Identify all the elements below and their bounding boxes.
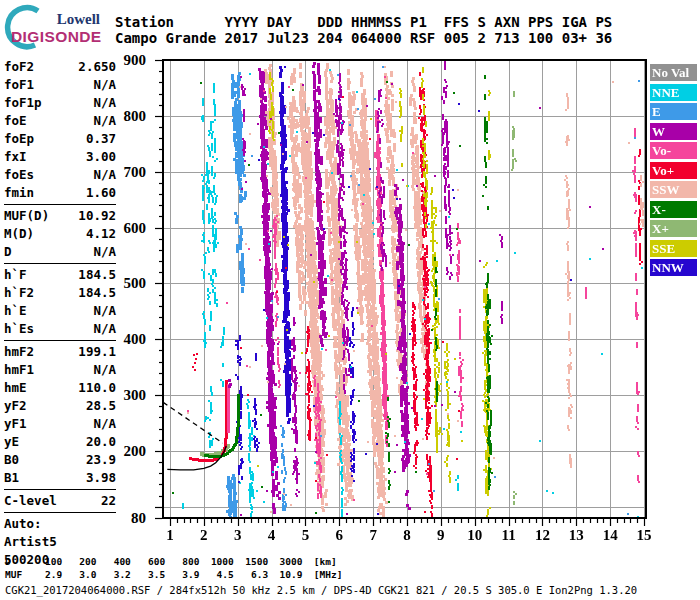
param-label: B0 bbox=[4, 451, 19, 469]
logo-digisonde-text: DIGISONDE bbox=[11, 28, 102, 45]
param-label: foEs bbox=[4, 166, 34, 184]
autoscaling-text: Artist5 bbox=[4, 533, 57, 551]
param-label: C-level bbox=[4, 492, 57, 510]
legend-item-e: E bbox=[650, 103, 697, 120]
param-label: hmF2 bbox=[4, 343, 34, 361]
param-label: hmF1 bbox=[4, 361, 34, 379]
param-label: yE bbox=[4, 433, 19, 451]
param-row: C-level22 bbox=[4, 492, 116, 510]
param-row: fmin1.60 bbox=[4, 184, 116, 202]
x-tick-label: 13 bbox=[563, 527, 589, 544]
y-tick-label: 400 bbox=[100, 331, 146, 348]
param-label: foF1p bbox=[4, 94, 42, 112]
param-value: N/A bbox=[93, 243, 116, 261]
param-label: h`Es bbox=[4, 320, 34, 338]
station-header: Station YYYY DAY DDD HHMMSS P1 FFS S AXN… bbox=[115, 14, 612, 46]
param-label: foF1 bbox=[4, 76, 34, 94]
x-tick-label: 8 bbox=[394, 527, 420, 544]
param-panel: foF22.650foF1N/AfoF1pN/AfoEN/AfoEp0.37fx… bbox=[4, 58, 116, 569]
y-tick-label: 200 bbox=[100, 443, 146, 460]
param-row: B13.98 bbox=[4, 469, 116, 487]
x-tick-label: 12 bbox=[529, 527, 555, 544]
x-tick-label: 7 bbox=[360, 527, 386, 544]
digisonde-ionogram-page: { "logo": { "line1": "Lowell", "line2": … bbox=[0, 0, 700, 600]
logo-lowell-text: Lowell bbox=[57, 11, 100, 27]
y-tick-label: 800 bbox=[100, 108, 146, 125]
param-label: yF2 bbox=[4, 397, 27, 415]
muf-row: MUF 2.9 3.0 3.2 3.5 3.9 4.5 6.3 10.9 [MH… bbox=[5, 569, 342, 580]
param-label: h`F bbox=[4, 266, 27, 284]
param-row: foF1N/A bbox=[4, 76, 116, 94]
param-label: fmin bbox=[4, 184, 34, 202]
param-label: foE bbox=[4, 112, 27, 130]
direction-legend: No ValNNEEWVo-Vo+SSWX-X+SSENNW bbox=[650, 64, 697, 276]
param-label: foF2 bbox=[4, 58, 34, 76]
param-label: M(D) bbox=[4, 225, 34, 243]
y-tick-label: 500 bbox=[100, 275, 146, 292]
y-tick-label: 300 bbox=[100, 387, 146, 404]
x-tick-label: 9 bbox=[428, 527, 454, 544]
param-value: 3.98 bbox=[86, 469, 116, 487]
param-value: 0.37 bbox=[86, 130, 116, 148]
x-tick-label: 14 bbox=[597, 527, 623, 544]
param-label: MUF(D) bbox=[4, 207, 49, 225]
x-tick-label: 4 bbox=[259, 527, 285, 544]
param-label: foEp bbox=[4, 130, 34, 148]
legend-item-ssw: SSW bbox=[650, 181, 697, 198]
param-value: N/A bbox=[93, 76, 116, 94]
distance-row: D 100 200 400 600 800 1000 1500 3000 [km… bbox=[5, 556, 337, 567]
x-tick-label: 1 bbox=[157, 527, 183, 544]
x-tick-label: 10 bbox=[462, 527, 488, 544]
legend-item-nne: NNE bbox=[650, 84, 697, 101]
file-status-line: CGK21_2017204064000.RSF / 284fx512h 50 k… bbox=[5, 584, 637, 596]
param-row: yF1N/A bbox=[4, 415, 116, 433]
lowell-digisonde-logo: Lowell DIGISONDE bbox=[2, 2, 114, 52]
param-value: N/A bbox=[93, 302, 116, 320]
param-separator bbox=[4, 263, 116, 264]
y-tick-label: 600 bbox=[100, 220, 146, 237]
x-tick-label: 15 bbox=[631, 527, 657, 544]
legend-item-nnw: NNW bbox=[650, 259, 697, 276]
y-tick-label: 80 bbox=[100, 510, 146, 527]
param-label: B1 bbox=[4, 469, 19, 487]
param-value: N/A bbox=[93, 361, 116, 379]
legend-item-sse: SSE bbox=[650, 240, 697, 257]
x-tick-label: 3 bbox=[225, 527, 251, 544]
param-row: DN/A bbox=[4, 243, 116, 261]
param-value: 1.60 bbox=[86, 184, 116, 202]
param-row: foEp0.37 bbox=[4, 130, 116, 148]
legend-item-w: W bbox=[650, 123, 697, 140]
param-label: h`F2 bbox=[4, 284, 34, 302]
param-label: hmE bbox=[4, 379, 27, 397]
param-label: yF1 bbox=[4, 415, 27, 433]
param-row: hmF1N/A bbox=[4, 361, 116, 379]
param-label: h`E bbox=[4, 302, 27, 320]
x-tick-label: 11 bbox=[496, 527, 522, 544]
autoscaling-info-line: Artist5 bbox=[4, 533, 116, 551]
header-field-values: Campo Grande 2017 Jul23 204 064000 RSF 0… bbox=[115, 30, 612, 46]
legend-item-vo: Vo+ bbox=[650, 162, 697, 179]
legend-item-x: X+ bbox=[650, 220, 697, 237]
ionogram-plot bbox=[148, 52, 652, 530]
autoscaling-text: Auto: bbox=[4, 515, 42, 533]
param-label: D bbox=[4, 243, 12, 261]
param-label: fxI bbox=[4, 148, 27, 166]
param-value: N/A bbox=[93, 415, 116, 433]
param-separator bbox=[4, 489, 116, 490]
legend-item-vo: Vo- bbox=[650, 142, 697, 159]
x-tick-label: 5 bbox=[292, 527, 318, 544]
param-row: h`EN/A bbox=[4, 302, 116, 320]
y-tick-label: 900 bbox=[100, 52, 146, 69]
x-tick-label: 6 bbox=[326, 527, 352, 544]
param-separator bbox=[4, 204, 116, 205]
param-value: 22 bbox=[101, 492, 116, 510]
legend-item-noval: No Val bbox=[650, 64, 697, 81]
x-tick-label: 2 bbox=[191, 527, 217, 544]
header-field-names: Station YYYY DAY DDD HHMMSS P1 FFS S AXN… bbox=[115, 14, 612, 30]
legend-item-x: X- bbox=[650, 201, 697, 218]
y-tick-label: 700 bbox=[100, 164, 146, 181]
